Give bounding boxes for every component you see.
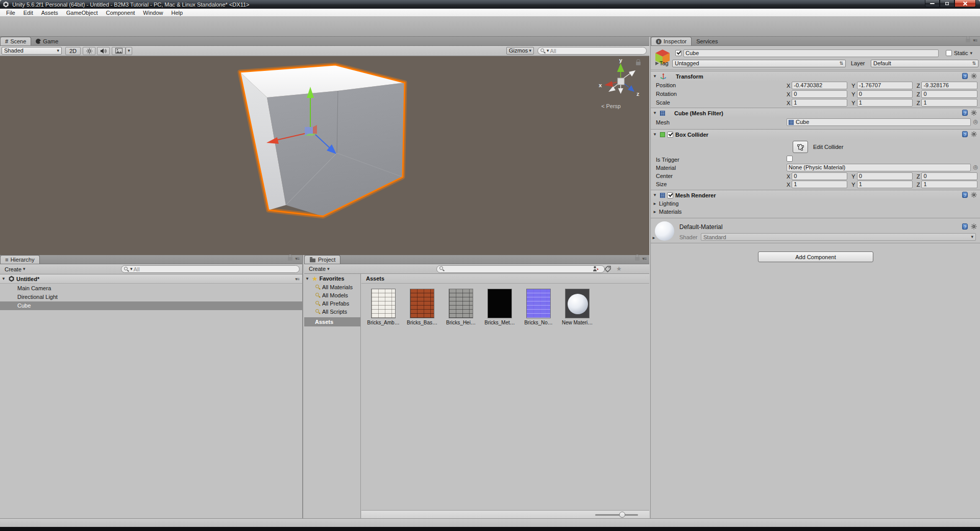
- foldout-open-icon[interactable]: ▼: [653, 132, 658, 137]
- foldout-open-icon[interactable]: ▼: [305, 276, 310, 281]
- help-icon[interactable]: ?: [962, 192, 968, 198]
- rotation-y-field[interactable]: 0: [857, 90, 913, 98]
- hierarchy-create-button[interactable]: Create ▾: [2, 265, 29, 273]
- asset-item[interactable]: Bricks_No…: [521, 289, 556, 325]
- restore-button[interactable]: [940, 0, 954, 7]
- size-z-field[interactable]: 1: [921, 181, 977, 188]
- menu-window[interactable]: Window: [139, 9, 167, 17]
- box-collider-enabled-checkbox[interactable]: [667, 132, 673, 138]
- gear-icon[interactable]: [971, 110, 977, 116]
- mesh-object-field[interactable]: Cube: [787, 118, 971, 126]
- asset-item[interactable]: New Materi…: [559, 289, 595, 325]
- favorite-all-prefabs[interactable]: All Prefabs: [315, 299, 361, 308]
- menu-gameobject[interactable]: GameObject: [62, 9, 102, 17]
- gear-icon[interactable]: [971, 131, 977, 137]
- mesh-filter-header[interactable]: ▼ Cube (Mesh Filter) ?: [651, 108, 980, 118]
- tab-services[interactable]: Services: [692, 37, 722, 45]
- object-picker-icon[interactable]: ◎: [973, 164, 978, 170]
- close-button[interactable]: [954, 0, 976, 7]
- center-z-field[interactable]: 0: [921, 172, 977, 180]
- project-create-button[interactable]: Create ▾: [306, 265, 333, 273]
- position-x-field[interactable]: -0.4730382: [792, 82, 847, 89]
- gameobject-name-field[interactable]: Cube: [683, 49, 939, 57]
- material-foldout-icon[interactable]: ►: [652, 236, 657, 240]
- hierarchy-item-cube[interactable]: Cube: [0, 301, 302, 310]
- effects-dropdown[interactable]: ▾: [126, 47, 132, 55]
- favorite-all-models[interactable]: All Models: [315, 291, 361, 299]
- gizmos-dropdown[interactable]: Gizmos ▾: [506, 47, 534, 55]
- scale-z-field[interactable]: 1: [921, 99, 977, 107]
- rotation-z-field[interactable]: 0: [921, 90, 977, 98]
- edit-collider-button[interactable]: [793, 141, 808, 153]
- static-dropdown-icon[interactable]: ▾: [970, 51, 973, 56]
- mesh-renderer-enabled-checkbox[interactable]: [667, 192, 673, 198]
- menu-component[interactable]: Component: [102, 9, 139, 17]
- size-x-field[interactable]: 1: [792, 181, 847, 188]
- gear-icon[interactable]: [971, 73, 977, 79]
- center-y-field[interactable]: 0: [857, 172, 913, 180]
- rotation-x-field[interactable]: 0: [792, 90, 847, 98]
- menu-file[interactable]: File: [2, 9, 19, 17]
- is-trigger-checkbox[interactable]: [787, 156, 793, 162]
- tag-dropdown[interactable]: Untagged ⇅: [672, 60, 846, 67]
- hierarchy-search-input[interactable]: ▾ All: [121, 265, 300, 273]
- size-y-field[interactable]: 1: [857, 181, 913, 188]
- lock-icon[interactable]: [635, 257, 640, 261]
- menu-assets[interactable]: Assets: [37, 9, 62, 17]
- assets-folder-row[interactable]: Assets: [304, 317, 361, 326]
- panel-menu-icon[interactable]: ▾≡: [295, 256, 299, 261]
- box-collider-header[interactable]: ▼ Box Collider ?: [651, 129, 980, 139]
- scene-audio-button[interactable]: [97, 47, 110, 55]
- tab-hierarchy[interactable]: ≡ Hierarchy: [0, 255, 40, 264]
- object-picker-icon[interactable]: ◎: [973, 119, 978, 124]
- perspective-toggle[interactable]: < Persp: [601, 103, 621, 109]
- help-icon[interactable]: ?: [962, 223, 968, 230]
- favorite-all-materials[interactable]: All Materials: [315, 283, 361, 291]
- minimize-button[interactable]: [925, 0, 940, 7]
- search-by-label-icon[interactable]: [604, 266, 611, 272]
- tab-project[interactable]: Project: [304, 255, 340, 264]
- gear-icon[interactable]: [971, 192, 977, 198]
- help-icon[interactable]: ?: [962, 110, 968, 116]
- tab-inspector[interactable]: i Inspector: [651, 37, 692, 45]
- lock-icon[interactable]: [288, 257, 292, 261]
- draw-mode-dropdown[interactable]: Shaded ▾: [2, 47, 62, 55]
- scene-row-menu-icon[interactable]: ▾≡: [295, 276, 299, 282]
- lock-icon[interactable]: [636, 62, 641, 65]
- search-by-type-icon[interactable]: [593, 266, 599, 272]
- center-x-field[interactable]: 0: [792, 172, 847, 180]
- tab-scene[interactable]: # Scene: [0, 37, 31, 45]
- menu-edit[interactable]: Edit: [19, 9, 37, 17]
- panel-menu-icon[interactable]: ▾≡: [642, 256, 646, 261]
- scene-effects-button[interactable]: [112, 47, 126, 55]
- static-checkbox[interactable]: [946, 50, 952, 56]
- hierarchy-item-main-camera[interactable]: Main Camera: [0, 284, 302, 293]
- gear-icon[interactable]: [971, 223, 977, 230]
- assets-breadcrumb[interactable]: Assets: [361, 274, 649, 284]
- hierarchy-scene-row[interactable]: ▼ Untitled* ▾≡: [0, 274, 302, 284]
- foldout-open-icon[interactable]: ▼: [653, 193, 658, 197]
- asset-item[interactable]: Bricks_Met…: [482, 289, 518, 325]
- position-z-field[interactable]: -9.328176: [921, 82, 977, 89]
- mesh-renderer-header[interactable]: ▼ Mesh Renderer ?: [651, 190, 980, 200]
- foldout-open-icon[interactable]: ▼: [2, 276, 7, 281]
- scale-y-field[interactable]: 1: [857, 99, 913, 107]
- scene-lighting-button[interactable]: [83, 47, 95, 55]
- lock-icon[interactable]: [966, 39, 970, 42]
- zoom-slider[interactable]: [595, 514, 638, 516]
- tab-game[interactable]: Game: [31, 37, 63, 45]
- favorite-all-scripts[interactable]: All Scripts: [315, 308, 361, 316]
- asset-item[interactable]: Bricks_Hei…: [443, 289, 479, 325]
- add-component-button[interactable]: Add Component: [758, 251, 873, 262]
- scene-viewport[interactable]: y x z < Persp: [0, 56, 649, 255]
- favorites-root[interactable]: ▼ ★ Favorites: [304, 274, 361, 283]
- layer-dropdown[interactable]: Default ⇅: [871, 60, 978, 67]
- help-icon[interactable]: ?: [962, 131, 968, 137]
- asset-item[interactable]: Bricks_Bas…: [404, 289, 440, 325]
- panel-menu-icon[interactable]: ▾≡: [973, 38, 977, 43]
- lighting-foldout[interactable]: ► Lighting: [653, 200, 679, 207]
- favorites-star-icon[interactable]: ★: [616, 265, 622, 272]
- hierarchy-item-directional-light[interactable]: Directional Light: [0, 293, 302, 301]
- active-checkbox[interactable]: [675, 50, 681, 56]
- transform-header[interactable]: ▼ Transform ?: [651, 71, 980, 81]
